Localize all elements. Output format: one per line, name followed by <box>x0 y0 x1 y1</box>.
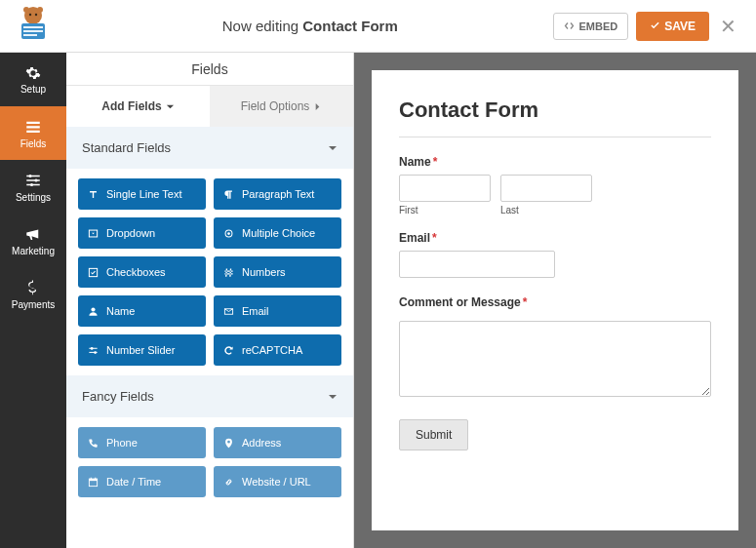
svg-point-3 <box>29 13 31 15</box>
sidenav-settings[interactable]: Settings <box>0 160 66 214</box>
field-number-slider[interactable]: Number Slider <box>78 334 206 366</box>
field-phone[interactable]: Phone <box>78 427 206 458</box>
sidenav-fields[interactable]: Fields <box>0 106 66 160</box>
list-icon <box>24 118 42 136</box>
label-name: Name* <box>399 155 711 169</box>
form-preview[interactable]: Contact Form Name* First Last Email* Com… <box>372 70 738 530</box>
hash-icon <box>223 267 234 278</box>
svg-rect-6 <box>23 26 43 28</box>
svg-rect-31 <box>95 477 96 479</box>
paragraph-icon <box>223 189 234 200</box>
svg-rect-9 <box>26 121 40 123</box>
svg-rect-11 <box>26 130 40 132</box>
svg-rect-7 <box>23 30 43 32</box>
megaphone-icon <box>24 225 42 243</box>
svg-point-16 <box>35 178 38 181</box>
field-dropdown[interactable]: Dropdown <box>78 217 206 249</box>
svg-rect-29 <box>89 479 97 481</box>
svg-point-1 <box>23 7 29 13</box>
tab-field-options[interactable]: Field Options <box>210 86 353 127</box>
group-standard-fields[interactable]: Standard Fields <box>66 127 353 169</box>
chevron-right-icon <box>313 102 322 111</box>
embed-button[interactable]: EMBED <box>553 13 628 40</box>
page-title: Now editing Contact Form <box>66 18 553 34</box>
svg-point-15 <box>29 175 32 177</box>
field-recaptcha[interactable]: reCAPTCHA <box>214 334 341 366</box>
field-numbers[interactable]: Numbers <box>214 256 341 288</box>
svg-rect-8 <box>23 34 37 36</box>
radio-icon <box>223 228 234 239</box>
svg-rect-12 <box>26 175 40 176</box>
check-icon <box>650 20 660 31</box>
field-date-time[interactable]: Date / Time <box>78 466 206 497</box>
svg-rect-10 <box>26 126 40 128</box>
section-title: Fields <box>66 53 353 86</box>
code-icon <box>564 20 575 31</box>
form-title: Contact Form <box>399 98 711 123</box>
input-message[interactable] <box>399 321 711 397</box>
dollar-icon <box>24 279 42 296</box>
submit-button[interactable]: Submit <box>399 419 468 450</box>
phone-icon <box>88 438 99 449</box>
close-icon[interactable]: ✕ <box>709 15 746 38</box>
label-email: Email* <box>399 231 711 245</box>
text-icon <box>88 189 99 200</box>
gear-icon <box>25 65 41 81</box>
svg-rect-30 <box>91 477 92 479</box>
field-single-line-text[interactable]: Single Line Text <box>78 178 206 210</box>
chevron-down-icon <box>328 143 338 153</box>
sidenav-payments[interactable]: Payments <box>0 267 66 321</box>
field-website-url[interactable]: Website / URL <box>214 466 341 497</box>
user-icon <box>88 306 99 317</box>
svg-point-4 <box>35 13 37 15</box>
input-last-name[interactable] <box>500 175 592 202</box>
field-email[interactable]: Email <box>214 295 341 327</box>
svg-rect-13 <box>26 179 40 181</box>
chevron-down-icon <box>328 392 338 402</box>
input-email[interactable] <box>399 251 555 278</box>
svg-point-22 <box>91 307 95 311</box>
caret-icon <box>88 228 99 239</box>
google-icon <box>223 345 234 356</box>
chevron-down-icon <box>166 102 175 111</box>
app-logo <box>0 0 66 53</box>
svg-point-17 <box>30 183 33 186</box>
sliders-icon <box>24 172 42 189</box>
field-multiple-choice[interactable]: Multiple Choice <box>214 217 341 249</box>
svg-point-26 <box>91 347 94 350</box>
field-name[interactable]: Name <box>78 295 206 327</box>
field-paragraph-text[interactable]: Paragraph Text <box>214 178 341 210</box>
sublabel-first: First <box>399 205 491 215</box>
envelope-icon <box>223 306 234 317</box>
sidenav-marketing[interactable]: Marketing <box>0 214 66 267</box>
field-address[interactable]: Address <box>214 427 341 458</box>
svg-point-20 <box>227 232 230 235</box>
sidenav-setup[interactable]: Setup <box>0 53 66 106</box>
label-message: Comment or Message* <box>399 295 711 309</box>
check-icon <box>88 267 99 278</box>
save-button[interactable]: SAVE <box>636 12 709 41</box>
svg-point-27 <box>94 351 97 354</box>
calendar-icon <box>88 477 99 488</box>
svg-point-2 <box>37 7 43 13</box>
field-checkboxes[interactable]: Checkboxes <box>78 256 206 288</box>
sublabel-last: Last <box>500 205 592 215</box>
link-icon <box>223 477 234 488</box>
sliders-icon <box>88 345 99 356</box>
pin-icon <box>223 438 234 449</box>
input-first-name[interactable] <box>399 175 491 202</box>
tab-add-fields[interactable]: Add Fields <box>66 86 210 127</box>
svg-rect-24 <box>89 347 97 348</box>
group-fancy-fields[interactable]: Fancy Fields <box>66 375 353 417</box>
